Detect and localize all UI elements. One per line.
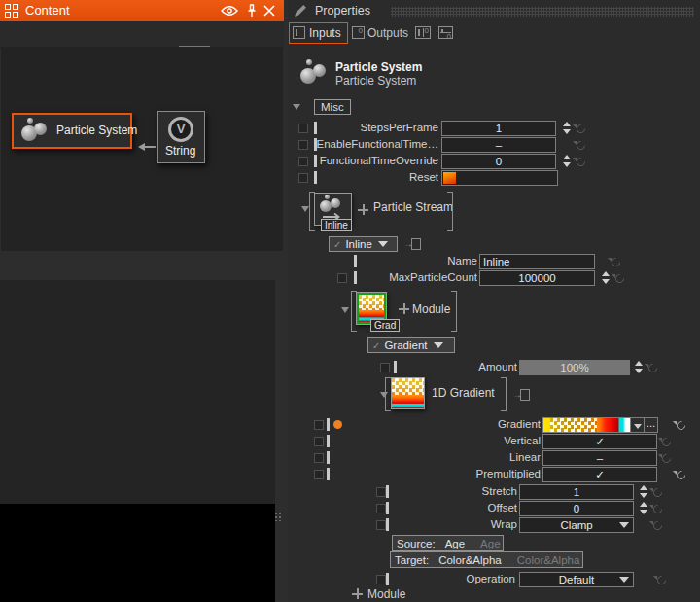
pin-checkbox[interactable] bbox=[314, 437, 324, 446]
reset-value-icon[interactable] bbox=[575, 122, 586, 134]
value-field[interactable]: – bbox=[441, 137, 556, 153]
pin-handle[interactable] bbox=[327, 435, 330, 447]
pin-checkbox[interactable] bbox=[376, 575, 386, 584]
module-type-dropdown[interactable]: ✓ Gradient bbox=[368, 337, 455, 353]
pin-handle[interactable] bbox=[327, 451, 330, 464]
pin-handle[interactable] bbox=[327, 468, 330, 480]
spinner[interactable] bbox=[639, 502, 649, 515]
properties-titlebar[interactable]: Properties bbox=[288, 0, 700, 21]
pin-checkbox[interactable] bbox=[298, 124, 308, 133]
lower-canvas[interactable] bbox=[0, 280, 275, 602]
toggle-field[interactable]: ✓ bbox=[542, 467, 657, 482]
spinner[interactable] bbox=[634, 361, 645, 374]
pin-icon[interactable] bbox=[247, 4, 257, 18]
spinner[interactable] bbox=[562, 155, 573, 168]
pin-handle[interactable] bbox=[354, 255, 357, 267]
patch-canvas[interactable]: Particle System V String bbox=[1, 47, 283, 251]
string-node-icon: V bbox=[168, 117, 193, 142]
bang-field[interactable] bbox=[441, 170, 558, 186]
pin-handle[interactable] bbox=[354, 271, 357, 284]
reset-value-icon[interactable] bbox=[610, 255, 621, 267]
pin-checkbox[interactable] bbox=[314, 420, 324, 430]
pin-checkbox[interactable] bbox=[314, 470, 324, 479]
source-mapping-box[interactable]: Source: Age Age bbox=[392, 535, 504, 551]
enum-dropdown[interactable]: Clamp bbox=[519, 517, 634, 533]
misc-group-label[interactable]: Misc bbox=[314, 99, 351, 115]
pin-checkbox[interactable] bbox=[380, 363, 390, 372]
reset-value-icon[interactable] bbox=[675, 468, 686, 480]
gradient1d-thumb[interactable] bbox=[391, 377, 425, 409]
bang-button[interactable] bbox=[443, 172, 456, 184]
add-module-label[interactable]: Module bbox=[368, 587, 405, 601]
reset-value-icon[interactable] bbox=[660, 451, 672, 464]
pin-handle[interactable] bbox=[386, 573, 389, 585]
value-field[interactable]: 0 bbox=[519, 501, 634, 516]
reset-value-icon[interactable] bbox=[655, 573, 667, 585]
split-vertical-icon[interactable]: 0 bbox=[415, 26, 431, 39]
stream-collapse-icon[interactable] bbox=[301, 206, 309, 212]
pin-checkbox[interactable] bbox=[314, 453, 324, 463]
panel-splitter[interactable] bbox=[0, 251, 284, 280]
value-field[interactable]: 1 bbox=[519, 484, 634, 500]
reset-value-icon[interactable] bbox=[575, 155, 586, 167]
add-icon[interactable] bbox=[358, 204, 368, 215]
link-arrow-icon bbox=[134, 143, 156, 151]
reset-value-icon[interactable] bbox=[647, 361, 658, 373]
insert-link-icon[interactable]: → bbox=[403, 238, 421, 250]
pin-handle[interactable] bbox=[386, 502, 389, 514]
gradient-preview-bar[interactable] bbox=[542, 417, 631, 433]
property-label: Wrap bbox=[391, 518, 517, 530]
pin-checkbox[interactable] bbox=[298, 173, 308, 183]
titlebar-grip[interactable] bbox=[391, 7, 694, 17]
value-field[interactable]: 0 bbox=[441, 154, 556, 169]
spinner[interactable] bbox=[562, 122, 573, 135]
pin-handle[interactable] bbox=[394, 361, 397, 373]
gradient-browse-button[interactable]: ... bbox=[644, 417, 658, 433]
reset-value-icon[interactable] bbox=[613, 271, 625, 284]
spinner[interactable] bbox=[639, 485, 649, 499]
reset-value-icon[interactable] bbox=[651, 502, 663, 514]
particle-system-node[interactable]: Particle System bbox=[12, 113, 132, 149]
pin-checkbox[interactable] bbox=[376, 487, 386, 497]
bracket-right bbox=[501, 377, 507, 411]
pin-checkbox[interactable] bbox=[298, 157, 308, 166]
property-label: Stretch bbox=[391, 485, 517, 497]
enum-dropdown[interactable]: Default bbox=[519, 572, 634, 587]
string-node[interactable]: V String bbox=[157, 111, 205, 163]
amount-slider[interactable]: 100% bbox=[519, 360, 630, 375]
chevron-down-icon bbox=[378, 241, 388, 247]
pin-checkbox[interactable] bbox=[298, 140, 308, 150]
pin-checkbox[interactable] bbox=[337, 273, 347, 283]
value-field[interactable]: Inline bbox=[479, 254, 595, 269]
pin-handle[interactable] bbox=[327, 418, 330, 431]
add-icon[interactable] bbox=[399, 303, 409, 314]
eye-icon[interactable] bbox=[221, 5, 238, 17]
tab-inputs[interactable]: Inputs bbox=[289, 22, 348, 44]
module-collapse-icon[interactable] bbox=[341, 307, 349, 313]
value-field[interactable]: 1 bbox=[441, 121, 556, 136]
reset-value-icon[interactable] bbox=[651, 518, 663, 531]
stream-type-dropdown[interactable]: ✓ Inline bbox=[329, 236, 398, 252]
value-field[interactable]: 100000 bbox=[479, 270, 595, 286]
toggle-field[interactable]: – bbox=[542, 450, 657, 466]
close-icon[interactable] bbox=[263, 5, 275, 17]
pin-checkbox[interactable] bbox=[376, 504, 386, 513]
content-titlebar[interactable]: Content bbox=[0, 0, 284, 21]
pin-checkbox[interactable] bbox=[376, 520, 386, 530]
reset-value-icon[interactable] bbox=[660, 435, 672, 447]
gradient-dropdown-button[interactable] bbox=[630, 417, 645, 433]
spinner[interactable] bbox=[601, 271, 612, 285]
reset-value-icon[interactable] bbox=[675, 418, 686, 431]
split-horizontal-icon[interactable]: 0 bbox=[438, 26, 453, 39]
reset-value-icon[interactable] bbox=[651, 485, 663, 498]
misc-collapse-icon[interactable] bbox=[293, 104, 300, 110]
toggle-field[interactable]: ✓ bbox=[542, 434, 657, 449]
reset-value-icon[interactable] bbox=[575, 138, 586, 151]
pin-handle[interactable] bbox=[386, 485, 389, 498]
connected-pin-dot[interactable] bbox=[333, 420, 342, 429]
add-module-icon[interactable] bbox=[352, 588, 363, 599]
insert-link-icon[interactable]: → bbox=[512, 389, 530, 401]
pin-handle[interactable] bbox=[386, 518, 389, 531]
enum-value: Clamp bbox=[560, 519, 592, 531]
target-mapping-box[interactable]: Target: Color&Alpha Color&Alpha bbox=[390, 551, 583, 568]
